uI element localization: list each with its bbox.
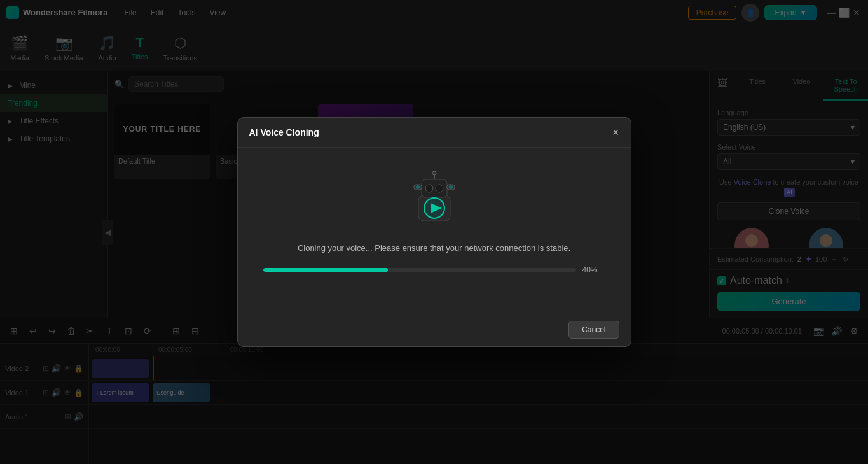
svg-point-20 [425,185,433,192]
svg-point-29 [432,171,436,175]
dialog-title: AI Voice Cloning [249,127,319,137]
svg-point-25 [416,185,420,189]
progress-row: 40% [263,265,605,274]
dialog-header: AI Voice Cloning × [238,118,631,148]
dialog-body: Cloning your voice... Please ensure that… [238,148,631,313]
ai-voice-cloning-dialog: AI Voice Cloning × [237,117,631,347]
progress-bar-fill [263,268,389,272]
svg-point-21 [436,185,443,192]
dialog-footer: Cancel [238,313,631,346]
dialog-close-button[interactable]: × [612,127,619,138]
cancel-button[interactable]: Cancel [568,321,619,339]
svg-point-27 [449,185,453,189]
robot-icon [403,167,466,230]
dialog-overlay: AI Voice Cloning × [0,0,868,464]
progress-bar-background [263,268,576,272]
dialog-message: Cloning your voice... Please ensure that… [298,243,570,253]
progress-percent: 40% [582,265,605,274]
